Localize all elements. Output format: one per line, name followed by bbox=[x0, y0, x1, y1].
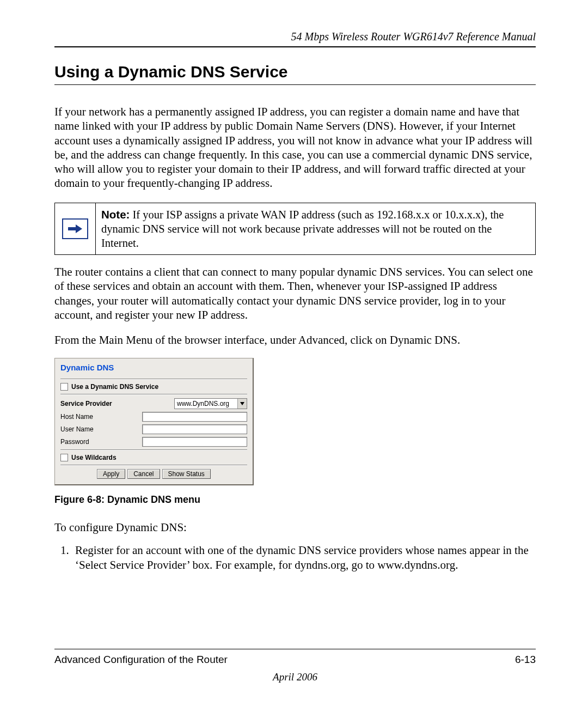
footer-rule bbox=[54, 649, 536, 649]
use-ddns-label: Use a Dynamic DNS Service bbox=[71, 383, 158, 391]
running-header: 54 Mbps Wireless Router WGR614v7 Referen… bbox=[54, 31, 536, 43]
arrow-right-icon bbox=[62, 218, 88, 239]
show-status-button[interactable]: Show Status bbox=[162, 469, 211, 479]
note-label: Note: bbox=[101, 208, 130, 221]
note-body: If your ISP assigns a private WAN IP add… bbox=[101, 209, 504, 249]
intro-paragraph: If your network has a permanently assign… bbox=[54, 105, 536, 191]
host-name-input[interactable] bbox=[142, 412, 247, 422]
chevron-down-icon bbox=[237, 399, 247, 409]
apply-button[interactable]: Apply bbox=[97, 469, 125, 479]
paragraph-2: The router contains a client that can co… bbox=[54, 265, 536, 322]
service-provider-label: Service Provider bbox=[60, 400, 142, 407]
service-provider-value: www.DynDNS.org bbox=[175, 400, 237, 407]
panel-separator bbox=[60, 379, 247, 380]
panel-separator bbox=[60, 394, 247, 395]
use-wildcards-checkbox[interactable] bbox=[60, 454, 68, 461]
steps-list: Register for an account with one of the … bbox=[54, 543, 536, 572]
section-heading: Using a Dynamic DNS Service bbox=[54, 63, 536, 81]
panel-separator bbox=[60, 449, 247, 451]
note-box: Note: If your ISP assigns a private WAN … bbox=[54, 203, 536, 255]
footer-left: Advanced Configuration of the Router bbox=[54, 654, 228, 666]
user-name-label: User Name bbox=[60, 425, 142, 433]
user-name-input[interactable] bbox=[142, 424, 247, 434]
paragraph-3: From the Main Menu of the browser interf… bbox=[54, 333, 536, 347]
service-provider-select[interactable]: www.DynDNS.org bbox=[174, 398, 247, 409]
figure-caption: Figure 6-8: Dynamic DNS menu bbox=[54, 494, 536, 506]
use-ddns-checkbox[interactable] bbox=[60, 383, 68, 391]
configure-lead-in: To configure Dynamic DNS: bbox=[54, 521, 536, 534]
host-name-label: Host Name bbox=[60, 413, 142, 421]
step-1: Register for an account with one of the … bbox=[72, 543, 536, 572]
panel-separator bbox=[60, 465, 247, 466]
header-rule bbox=[54, 46, 536, 47]
page-number: 6-13 bbox=[515, 654, 536, 666]
panel-title: Dynamic DNS bbox=[60, 362, 247, 379]
cancel-button[interactable]: Cancel bbox=[127, 469, 160, 479]
heading-rule bbox=[54, 84, 536, 85]
footer-date: April 2006 bbox=[54, 671, 536, 683]
password-label: Password bbox=[60, 438, 142, 446]
dynamic-dns-panel: Dynamic DNS Use a Dynamic DNS Service Se… bbox=[54, 358, 254, 485]
use-wildcards-label: Use Wildcards bbox=[71, 454, 117, 461]
password-input[interactable] bbox=[142, 437, 247, 447]
